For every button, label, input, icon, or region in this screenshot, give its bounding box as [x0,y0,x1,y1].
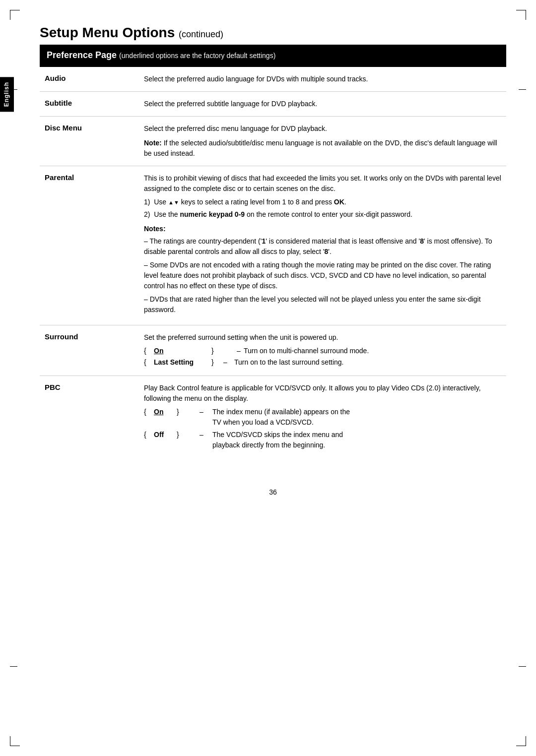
disc-menu-row: Disc Menu Select the preferred disc menu… [40,117,506,166]
side-mark-left-bottom [10,666,17,667]
surround-option-last: { Last Setting } – Turn on to the last s… [144,357,501,368]
disc-menu-note: Note: If the selected audio/subtitle/dis… [144,138,501,159]
pbc-label: PBC [40,376,139,459]
pbc-dash-2: – [200,430,209,440]
subtitle-row: Subtitle Select the preferred subtitle l… [40,92,506,117]
parental-list: 1) Use keys to select a rating level fro… [144,197,501,220]
parental-list-item-1: 1) Use keys to select a rating level fro… [144,197,501,207]
parental-desc: This is to prohibit viewing of discs tha… [139,166,506,325]
surround-brace-open-1: { [144,346,151,356]
pbc-spacer-1 [187,407,197,417]
content-table: Audio Select the preferred audio languag… [40,67,506,458]
note-1: – The ratings are country-dependent ('1'… [144,236,501,257]
preference-note: (underlined options are the factory defa… [119,52,275,60]
surround-label: Surround [40,325,139,376]
pbc-text: Play Back Control feature is applicable … [144,383,501,404]
main-content: Setup Menu Options (continued) Preferenc… [40,25,506,496]
triangle-down-icon [174,198,179,206]
pbc-brace-close-1: } [177,407,184,417]
surround-desc-on: Turn on to multi-channel surround mode. [244,346,369,356]
pbc-key-on: On [154,407,174,417]
pbc-dash-1: – [200,407,209,417]
language-tab: English [0,77,14,112]
pbc-row: PBC Play Back Control feature is applica… [40,376,506,459]
surround-brace-close-2: } [211,357,218,368]
corner-mark-bottom-left [10,736,20,746]
side-mark-right-top [519,89,526,90]
notes-header: Notes: [144,224,501,234]
parental-row: Parental This is to prohibit viewing of … [40,166,506,325]
surround-option-on: { On } – Turn on to multi-channel surrou… [144,346,501,356]
corner-mark-top-right [516,10,526,20]
surround-dash-2: – [221,357,231,368]
surround-brace-close-1: } [211,346,218,356]
parental-list-item-2: 2) Use the numeric keypad 0-9 on the rem… [144,209,501,220]
audio-desc: Select the preferred audio language for … [139,67,506,92]
subtitle-label: Subtitle [40,92,139,117]
page-number: 36 [40,488,506,496]
disc-menu-note-bold: Note: [144,139,162,147]
surround-row: Surround Set the preferred surround sett… [40,325,506,376]
corner-mark-top-left [10,10,20,20]
corner-mark-bottom-right [516,736,526,746]
page-container: English Setup Menu Options (continued) P… [0,0,536,756]
title-continued: (continued) [179,29,223,39]
pbc-option-on: { On } – The index menu (if available) a… [144,407,501,428]
surround-brace-open-2: { [144,357,151,368]
preference-title: Preference Page [47,50,117,60]
pbc-desc-off: The VCD/SVCD skips the index menu andpla… [212,430,343,450]
pbc-options: { On } – The index menu (if available) a… [144,407,501,450]
side-mark-right-bottom [519,666,526,667]
triangle-up-icon [168,198,174,206]
pbc-desc-on: The index menu (if available) appears on… [212,407,350,428]
surround-desc: Set the preferred surround setting when … [139,325,506,376]
pbc-brace-open-2: { [144,430,151,440]
note-3: – DVDs that are rated higher than the le… [144,294,501,315]
parental-text: This is to prohibit viewing of discs tha… [144,173,501,194]
surround-dash-1: – [221,346,241,356]
parental-label: Parental [40,166,139,325]
audio-row: Audio Select the preferred audio languag… [40,67,506,92]
preference-header: Preference Page (underlined options are … [40,46,506,66]
disc-menu-text: Select the preferred disc menu language … [144,124,501,134]
surround-key-on: On [154,346,208,356]
surround-desc-last: Turn on to the last surround setting. [234,357,344,368]
disc-menu-desc: Select the preferred disc menu language … [139,117,506,166]
subtitle-desc: Select the preferred subtitle language f… [139,92,506,117]
disc-menu-note-text: If the selected audio/subtitle/disc menu… [144,139,497,157]
pbc-brace-open-1: { [144,407,151,417]
pbc-key-off: Off [154,430,174,440]
surround-key-last: Last Setting [154,357,208,368]
pbc-spacer-2 [187,430,197,440]
page-title: Setup Menu Options (continued) [40,25,506,41]
pbc-option-off: { Off } – The VCD/SVCD skips the index m… [144,430,501,450]
pbc-brace-close-2: } [177,430,184,440]
audio-label: Audio [40,67,139,92]
note-2: – Some DVDs are not encoded with a ratin… [144,260,501,291]
surround-text: Set the preferred surround setting when … [144,332,501,343]
pbc-desc: Play Back Control feature is applicable … [139,376,506,459]
disc-menu-label: Disc Menu [40,117,139,166]
